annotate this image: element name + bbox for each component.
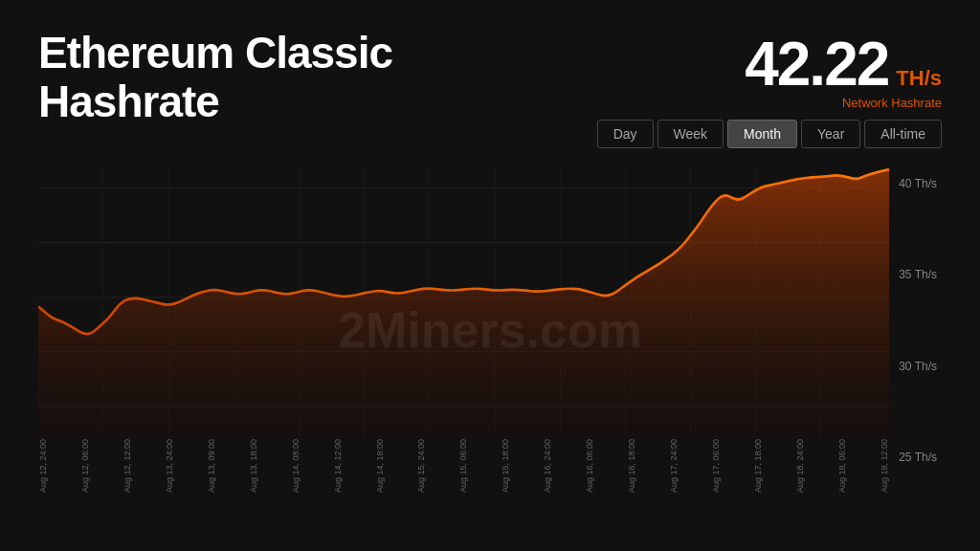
x-label-3: Aug 13, 24:00 <box>165 440 174 493</box>
x-label-17: Aug 17, 18:00 <box>753 440 763 493</box>
x-label-4: Aug 13, 09:00 <box>207 440 216 493</box>
x-label-18: Aug 18, 24:00 <box>795 440 805 493</box>
btn-alltime[interactable]: All-time <box>864 120 942 148</box>
x-label-10: Aug 15, 06:00 <box>458 440 468 493</box>
y-axis-labels: 40 Th/s 35 Th/s 30 Th/s 25 Th/s <box>899 167 942 493</box>
x-label-1: Aug 12, 06:00 <box>80 440 90 493</box>
btn-day[interactable]: Day <box>597 120 654 148</box>
x-label-14: Aug 16, 18:00 <box>627 440 636 493</box>
x-label-13: Aug 16, 06:00 <box>585 440 594 493</box>
hashrate-value: 42.22 <box>745 29 888 99</box>
title-line1: Ethereum Classic <box>38 29 392 77</box>
title-line2: Hashrate <box>38 77 392 126</box>
x-label-5: Aug 13, 18:00 <box>249 440 258 493</box>
time-controls: Day Week Month Year All-time <box>597 120 942 148</box>
x-label-15: Aug 17, 24:00 <box>669 440 679 493</box>
hashrate-label: Network Hashrate <box>842 96 942 110</box>
btn-year[interactable]: Year <box>801 120 860 148</box>
hashrate-unit: TH/s <box>896 66 942 91</box>
y-label-25: 25 Th/s <box>899 451 942 464</box>
btn-week[interactable]: Week <box>657 120 724 148</box>
btn-month[interactable]: Month <box>727 120 797 148</box>
chart-area: 2Miners.com <box>38 167 942 493</box>
x-label-20: Aug 18, 12:00 <box>880 440 889 493</box>
y-label-35: 35 Th/s <box>899 268 942 281</box>
x-label-7: Aug 14, 12:00 <box>333 440 343 493</box>
chart-svg <box>38 167 889 435</box>
x-label-12: Aug 16, 24:00 <box>543 440 552 493</box>
x-label-9: Aug 15, 24:00 <box>416 440 426 493</box>
header: Ethereum Classic Hashrate 42.22 TH/s Net… <box>38 29 942 148</box>
x-label-11: Aug 15, 18:00 <box>501 440 510 493</box>
x-label-16: Aug 17, 06:00 <box>711 440 721 493</box>
y-label-40: 40 Th/s <box>899 177 942 190</box>
x-label-0: Aug 12, 24:00 <box>38 440 48 493</box>
hashrate-display: 42.22 TH/s <box>745 29 942 99</box>
y-label-30: 30 Th/s <box>899 360 942 373</box>
chart-area-fill <box>38 169 889 435</box>
x-label-2: Aug 12, 12:00 <box>122 440 132 493</box>
x-label-19: Aug 18, 06:00 <box>837 440 847 493</box>
x-label-6: Aug 14, 08:00 <box>291 440 301 493</box>
x-label-8: Aug 14, 18:00 <box>375 440 385 493</box>
x-axis-labels: Aug 12, 24:00 Aug 12, 06:00 Aug 12, 12:0… <box>38 435 889 493</box>
page-container: Ethereum Classic Hashrate 42.22 TH/s Net… <box>0 0 980 551</box>
right-header: 42.22 TH/s Network Hashrate Day Week Mon… <box>597 29 942 148</box>
page-title: Ethereum Classic Hashrate <box>38 29 392 125</box>
chart-svg-container <box>38 167 889 435</box>
